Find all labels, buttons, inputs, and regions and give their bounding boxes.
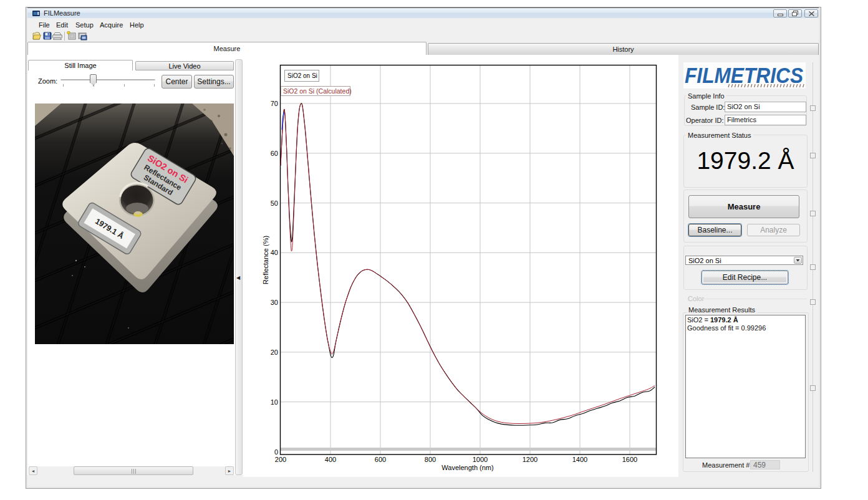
- svg-text:FILMETRICS: FILMETRICS: [685, 63, 803, 87]
- svg-text:50: 50: [271, 200, 278, 207]
- svg-text:1600: 1600: [622, 456, 637, 463]
- svg-text:400: 400: [325, 456, 336, 463]
- svg-text:40: 40: [271, 249, 278, 256]
- svg-text:600: 600: [375, 456, 386, 463]
- svg-text:Reflectance (%): Reflectance (%): [262, 236, 269, 284]
- svg-text:1400: 1400: [572, 456, 587, 463]
- svg-text:800: 800: [425, 456, 436, 463]
- svg-text:200: 200: [275, 456, 286, 463]
- svg-text:1200: 1200: [523, 456, 538, 463]
- svg-text:70: 70: [271, 100, 278, 107]
- svg-text:10: 10: [271, 398, 278, 406]
- svg-text:0: 0: [274, 448, 278, 456]
- svg-text:20: 20: [271, 349, 278, 356]
- svg-text:SiO2 on Si (Calculated): SiO2 on Si (Calculated): [283, 87, 352, 95]
- svg-text:Wavelength (nm): Wavelength (nm): [441, 464, 493, 471]
- svg-text:30: 30: [271, 299, 278, 306]
- svg-text:1000: 1000: [473, 456, 488, 463]
- svg-text:60: 60: [271, 150, 278, 157]
- svg-text:SiO2 on Si: SiO2 on Si: [287, 72, 317, 79]
